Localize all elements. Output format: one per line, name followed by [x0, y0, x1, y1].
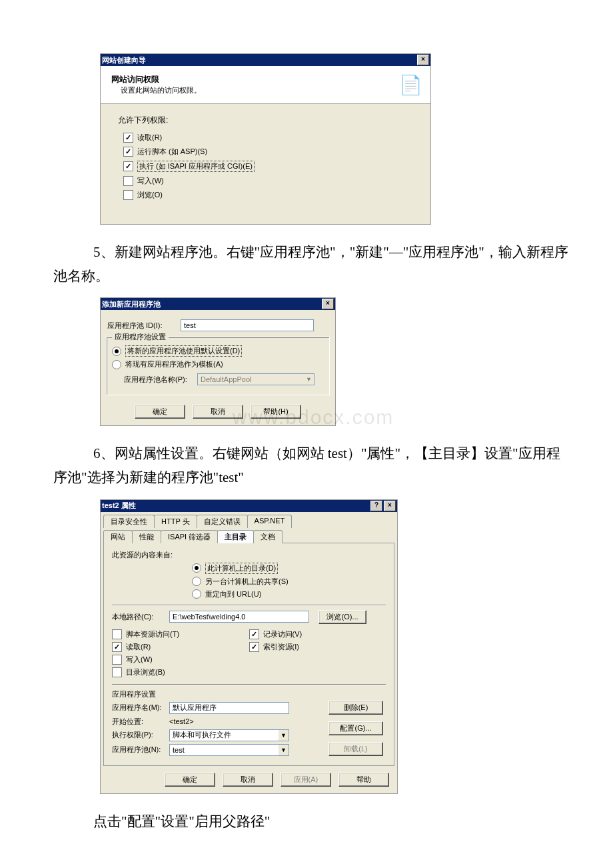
- allow-permissions-label: 允许下列权限:: [118, 115, 413, 126]
- close-icon[interactable]: ×: [322, 299, 334, 309]
- start-value: <test2>: [169, 717, 194, 725]
- help-button[interactable]: 帮助: [338, 773, 389, 787]
- step6-paragraph: 6、网站属性设置。右键网站（如网站 test）"属性"，【主目录】设置"应用程序…: [53, 442, 573, 489]
- help-button[interactable]: 帮助(H): [251, 405, 301, 419]
- execute-label: 执行 (如 ISAPI 应用程序或 CGI)(E): [137, 161, 255, 172]
- default-settings-label: 将新的应用程序池使用默认设置(D): [125, 345, 242, 357]
- start-label: 开始位置:: [112, 717, 169, 727]
- browse-button[interactable]: 浏览(O)...: [318, 610, 366, 624]
- unload-button[interactable]: 卸载(L): [328, 742, 383, 756]
- site-properties-dialog: test2 属性 ? × 目录安全性 HTTP 头 自定义错误 ASP.NET …: [100, 499, 398, 794]
- title-text: test2 属性: [102, 501, 136, 511]
- ok-button[interactable]: 确定: [165, 773, 215, 787]
- browse-checkbox[interactable]: [123, 190, 133, 200]
- close-icon[interactable]: ×: [384, 501, 396, 511]
- title-text: 添加新应用程序池: [102, 299, 161, 309]
- template-settings-label: 将现有应用程序池作为模板(A): [125, 359, 223, 369]
- app-section-label: 应用程序设置: [112, 689, 386, 699]
- ok-button[interactable]: 确定: [135, 405, 185, 419]
- index-label: 索引资源(I): [263, 642, 299, 652]
- tab-aspnet[interactable]: ASP.NET: [247, 515, 293, 528]
- tab-home-dir[interactable]: 主目录: [217, 530, 254, 543]
- remove-button[interactable]: 删除(E): [328, 701, 383, 715]
- app-name-label: 应用程序名(M):: [112, 703, 169, 713]
- tab-website[interactable]: 网站: [103, 530, 133, 543]
- app-name-input[interactable]: 默认应用程序: [169, 702, 289, 714]
- dir-browse-checkbox[interactable]: [112, 667, 122, 677]
- exec-perm-combo[interactable]: 脚本和可执行文件 ▼: [169, 729, 289, 741]
- cancel-button[interactable]: 取消: [193, 405, 243, 419]
- execute-checkbox[interactable]: [123, 161, 133, 171]
- pool-name-value: DefaultAppPool: [197, 373, 304, 385]
- scripts-label: 运行脚本 (如 ASP)(S): [137, 147, 207, 157]
- write-checkbox[interactable]: [123, 176, 133, 186]
- chevron-down-icon[interactable]: ▼: [279, 729, 289, 741]
- app-pool-value: test: [169, 744, 279, 756]
- chevron-down-icon: ▼: [304, 373, 314, 385]
- content-source-label: 此资源的内容来自:: [112, 550, 386, 560]
- local-path-label: 本地路径(C):: [112, 612, 169, 622]
- dir-browse-label: 目录浏览(B): [126, 667, 165, 677]
- wizard-header-subtitle: 设置此网站的访问权限。: [111, 85, 201, 95]
- log-checkbox[interactable]: [249, 629, 259, 639]
- tab-custom-errors[interactable]: 自定义错误: [197, 515, 248, 528]
- app-pool-label: 应用程序池(N):: [112, 745, 169, 755]
- wizard-header-title: 网站访问权限: [111, 74, 201, 85]
- title-bar: 网站创建向导 ×: [101, 54, 430, 66]
- title-bar: 添加新应用程序池 ×: [101, 298, 335, 310]
- home-dir-page: 此资源的内容来自: 此计算机上的目录(D) 另一台计算机上的共享(S) 重定向到…: [103, 543, 394, 766]
- share-label: 另一台计算机上的共享(S): [205, 577, 289, 587]
- redirect-radio[interactable]: [192, 589, 201, 599]
- script-src-label: 脚本资源访问(T): [126, 629, 179, 639]
- write-checkbox[interactable]: [112, 655, 122, 665]
- tabs-row1: 目录安全性 HTTP 头 自定义错误 ASP.NET: [101, 512, 397, 527]
- read-label: 读取(R): [137, 133, 162, 143]
- close-icon[interactable]: ×: [417, 55, 429, 65]
- local-dir-radio[interactable]: [192, 563, 201, 573]
- group-title: 应用程序池设置: [112, 332, 169, 342]
- tab-http-headers[interactable]: HTTP 头: [154, 515, 197, 528]
- local-dir-label: 此计算机上的目录(D): [205, 563, 278, 574]
- wizard-header: 网站访问权限 设置此网站的访问权限。 📄: [101, 66, 430, 104]
- config-button[interactable]: 配置(G)...: [328, 721, 383, 735]
- index-checkbox[interactable]: [249, 642, 259, 652]
- redirect-label: 重定向到 URL(U): [205, 589, 261, 599]
- pool-name-combo: DefaultAppPool ▼: [197, 373, 314, 385]
- browse-label: 浏览(O): [137, 190, 163, 200]
- step7-paragraph: 点击"配置"设置"启用父路径": [53, 810, 573, 834]
- tab-isapi[interactable]: ISAPI 筛选器: [161, 530, 218, 543]
- template-settings-radio[interactable]: [112, 360, 121, 369]
- local-path-input[interactable]: E:\webTest\welding4.0: [169, 611, 309, 623]
- exec-perm-value: 脚本和可执行文件: [169, 729, 279, 741]
- app-pool-combo[interactable]: test ▼: [169, 744, 289, 756]
- scripts-checkbox[interactable]: [123, 147, 133, 157]
- chevron-down-icon[interactable]: ▼: [279, 744, 289, 756]
- tab-performance[interactable]: 性能: [132, 530, 161, 543]
- log-label: 记录访问(V): [263, 629, 303, 639]
- share-radio[interactable]: [192, 577, 201, 586]
- pool-id-input[interactable]: test: [181, 319, 314, 331]
- exec-perm-label: 执行权限(P):: [112, 730, 169, 740]
- title-text: 网站创建向导: [102, 55, 146, 65]
- website-wizard-dialog: 网站创建向导 × 网站访问权限 设置此网站的访问权限。 📄 允许下列权限: 读取…: [100, 53, 431, 225]
- write-label: 写入(W): [126, 655, 153, 665]
- script-src-checkbox[interactable]: [112, 629, 122, 639]
- help-icon[interactable]: ?: [370, 501, 382, 511]
- step5-paragraph: 5、新建网站程序池。右键"应用程序池"，"新建"—"应用程序池"，输入新程序池名…: [53, 241, 573, 288]
- pool-name-label: 应用程序池名称(P):: [112, 375, 197, 385]
- read-checkbox[interactable]: [123, 133, 133, 143]
- tabs-row2: 网站 性能 ISAPI 筛选器 主目录 文档: [101, 527, 397, 543]
- write-label: 写入(W): [137, 176, 164, 186]
- pool-settings-group: 应用程序池设置 将新的应用程序池使用默认设置(D) 将现有应用程序池作为模板(A…: [106, 337, 330, 395]
- add-app-pool-dialog: 添加新应用程序池 × 应用程序池 ID(I): test 应用程序池设置 将新的…: [100, 297, 336, 426]
- apply-button[interactable]: 应用(A): [281, 773, 331, 787]
- tab-documents[interactable]: 文档: [253, 530, 283, 543]
- read-checkbox[interactable]: [112, 642, 122, 652]
- cancel-button[interactable]: 取消: [223, 773, 273, 787]
- tab-dir-security[interactable]: 目录安全性: [103, 515, 155, 528]
- default-settings-radio[interactable]: [112, 347, 121, 356]
- pool-id-label: 应用程序池 ID(I):: [107, 321, 181, 331]
- title-bar: test2 属性 ? ×: [101, 500, 397, 512]
- wizard-icon: 📄: [397, 71, 424, 98]
- read-label: 读取(R): [126, 642, 151, 652]
